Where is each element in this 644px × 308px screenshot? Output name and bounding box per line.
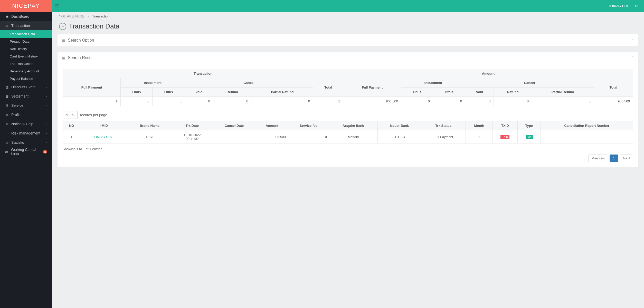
cell: 1 — [63, 97, 121, 106]
nav-card-event-history[interactable]: Card Event History — [0, 53, 52, 60]
brand-logo[interactable]: NICEPAY — [0, 0, 52, 12]
nav-fail-transaction[interactable]: Fail Transaction — [0, 60, 52, 68]
nav-label: Working Capital Loan — [11, 148, 42, 156]
th-installment: Installment — [121, 78, 185, 88]
th-full-payment: Full Payment — [63, 78, 121, 97]
imid-link[interactable]: IONPAYTEST — [93, 135, 114, 139]
cell: 906,500 — [343, 97, 401, 106]
nav-label: Notice & Help — [11, 122, 33, 126]
chevron-left-icon: ‹ — [46, 122, 47, 126]
th-type[interactable]: Type — [517, 121, 541, 130]
cell-amount: 906,500 — [256, 130, 288, 143]
chevron-right-icon: › — [88, 14, 89, 18]
panel-title: Search Option — [68, 38, 94, 43]
th-crn[interactable]: Cancellation Report Number — [541, 121, 633, 130]
nav-working-capital-loan[interactable]: ▭ Working Capital Loan N — [0, 147, 52, 156]
search-result-panel: ▦ Search Result ˅ Transaction Amount Ful… — [58, 52, 638, 167]
cell: 0 — [465, 97, 494, 106]
select-value: 50 — [65, 113, 70, 117]
new-badge: N — [43, 150, 47, 153]
cell-status: Full Payment — [421, 130, 466, 143]
back-button[interactable]: ← — [59, 23, 66, 30]
cell-txid: TXID — [493, 130, 517, 143]
th-offus: Offus — [153, 88, 185, 97]
cell-issuer: OTHER — [377, 130, 421, 143]
records-per-page-select[interactable]: 50 — [63, 111, 78, 119]
th-txid[interactable]: TXID — [493, 121, 517, 130]
search-result-toggle[interactable]: ▦ Search Result ˅ — [58, 52, 638, 64]
cell: 0 — [153, 97, 185, 106]
th-cancel-date[interactable]: Cancel Date — [212, 121, 256, 130]
th-imid[interactable]: I-MID — [80, 121, 127, 130]
th-acquire[interactable]: Acquire Bank — [329, 121, 378, 130]
grid-icon: ▦ — [62, 38, 65, 42]
pagination: Previous 1 Next — [63, 155, 633, 162]
th-amount: Amount — [343, 69, 633, 78]
th-onus: Onus — [121, 88, 153, 97]
nav-discount-event[interactable]: ▥ Discount Event ‹ — [0, 82, 52, 92]
user-menu[interactable]: IONPAYTEST — [609, 4, 630, 8]
th-amount[interactable]: Amount — [256, 121, 288, 130]
th-installment-amt: Installment — [401, 78, 465, 88]
prev-button[interactable]: Previous — [588, 155, 608, 162]
nav-noti-history[interactable]: Noti History — [0, 45, 52, 53]
main-content: YOU ARE HERE › Transaction ← Transaction… — [52, 12, 644, 167]
nav-preauth-data[interactable]: Preauth Data — [0, 38, 52, 45]
breadcrumb-current: Transaction — [92, 14, 109, 18]
cell-no: 1 — [63, 130, 80, 143]
nav-risk-management[interactable]: ▭ Risk management ‹ — [0, 129, 52, 138]
sidebar: ◉ DashBoard ⇄ Transaction ‹ Transaction … — [0, 12, 52, 173]
nav-transaction-data[interactable]: Transaction Data — [0, 30, 52, 38]
txid-tag[interactable]: TXID — [500, 135, 509, 139]
grid-icon: ▦ — [62, 56, 65, 60]
cell-type: MA — [517, 130, 541, 143]
sidebar-toggle[interactable]: ☰ — [52, 3, 62, 9]
type-tag[interactable]: MA — [526, 135, 533, 139]
nav-payout-balance[interactable]: Payout Balance — [0, 75, 52, 82]
cell: 0 — [185, 97, 213, 106]
settings-button[interactable]: ✿ — [634, 3, 639, 8]
nav-dashboard[interactable]: ◉ DashBoard — [0, 12, 52, 21]
summary-table: Transaction Amount Full Payment Installm… — [63, 69, 633, 106]
cell-service-fee: 0 — [288, 130, 329, 143]
chevron-left-icon: ‹ — [46, 141, 47, 144]
th-no[interactable]: NO — [63, 121, 80, 130]
th-total: Total — [313, 78, 343, 97]
records-suffix: records per page — [80, 113, 107, 117]
gear-icon: ✿ — [635, 4, 638, 8]
next-button[interactable]: Next — [620, 155, 633, 162]
nav-settlement[interactable]: ▦ Settlement ‹ — [0, 92, 52, 101]
th-brand[interactable]: Brand Name — [127, 121, 172, 130]
nav-label: Settlement — [11, 94, 29, 98]
nav-notice-help[interactable]: ✉ Notice & Help ‹ — [0, 119, 52, 129]
nav-transaction[interactable]: ⇄ Transaction ‹ — [0, 21, 52, 30]
th-month[interactable]: Month — [466, 121, 493, 130]
cell: 0 — [494, 97, 532, 106]
nav-service[interactable]: ⚇ Service ‹ — [0, 101, 52, 110]
nav-statistic[interactable]: ▭ Statistic ‹ — [0, 138, 52, 147]
cell-month: 1 — [466, 130, 493, 143]
th-refund: Refund — [213, 88, 251, 97]
summary-row: 1 0 0 0 0 0 1 906,500 0 0 0 0 0 906,500 — [63, 97, 633, 106]
chart-icon: ▥ — [5, 85, 9, 89]
th-trx-date[interactable]: Trx Date — [172, 121, 212, 130]
folder-icon: ▭ — [5, 141, 9, 145]
users-icon: ⚇ — [5, 104, 9, 108]
chevron-left-icon: ‹ — [46, 132, 47, 135]
nav-beneficiary-account[interactable]: Beneficiary Account — [0, 68, 52, 75]
th-status[interactable]: Trx Status — [421, 121, 466, 130]
nav-label: Transaction — [11, 24, 30, 28]
cell: 0 — [251, 97, 313, 106]
th-cancel: Cancel — [185, 78, 313, 88]
nav-profile[interactable]: ▭ Profile ‹ — [0, 110, 52, 119]
search-option-toggle[interactable]: ▦ Search Option ˄ — [58, 34, 638, 46]
cell-cancel-date — [212, 130, 256, 143]
nav-label: Statistic — [11, 140, 24, 145]
nav-label: Discount Event — [11, 85, 35, 89]
th-service-fee[interactable]: Service fee — [288, 121, 329, 130]
th-issuer[interactable]: Issuer Bank — [377, 121, 421, 130]
breadcrumb: YOU ARE HERE › Transaction — [52, 12, 644, 21]
dashboard-icon: ◉ — [5, 15, 9, 18]
page-1-button[interactable]: 1 — [610, 155, 618, 162]
nav-label: Risk management — [11, 131, 40, 135]
